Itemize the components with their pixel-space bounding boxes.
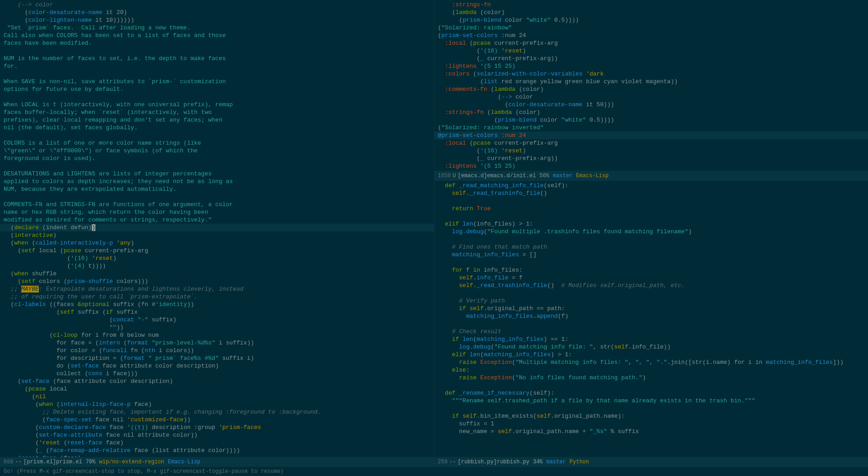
- line: :local (pcase current-prefix-arg: [434, 139, 868, 147]
- line: # Check result: [434, 328, 868, 335]
- line: applied to colors as depth increases; th…: [0, 178, 434, 185]
- line: (set-face-attribute face nil attribute c…: [0, 431, 434, 439]
- left-status-mode: Emacs-Lisp: [168, 459, 200, 465]
- line: self._read_trashinfo_file() # Modifies s…: [434, 282, 868, 289]
- line: do (set-face face attribute color descri…: [0, 362, 434, 370]
- line: faces have been modified.: [0, 39, 434, 47]
- left-status-filename[interactable]: [prism.el]prism.el: [24, 459, 82, 465]
- line: (when (called-interactively-p 'any): [0, 239, 434, 247]
- line: (prism-blend color "white" 0.5)))): [434, 116, 868, 124]
- line: ('(16) 'reset): [434, 47, 868, 55]
- left-status-flag: --: [15, 459, 22, 465]
- line: :local (pcase current-prefix-arg: [434, 39, 868, 47]
- line: nil (the default), set faces globally.: [0, 124, 434, 132]
- line: log.debug("Found multiple .trashinfo fil…: [434, 228, 868, 236]
- line: DESATURATIONS and LIGHTENS are lists of …: [0, 170, 434, 178]
- line: (setf colors (prism-shuffle colors))): [0, 278, 434, 285]
- line: (_ (face-remap-add-relative face (list a…: [0, 447, 434, 454]
- line: (setf suffix (if suffix: [0, 308, 434, 316]
- line: :colors (solarized-with-color-variables …: [434, 70, 868, 78]
- right-top-status-marker: 1658: [438, 173, 451, 179]
- left-pane: (--> color (color-desaturate-name it 20)…: [0, 0, 434, 467]
- right-top-status-bar: 1658 U [emacs.d]emacs.d/init.el 56% mast…: [434, 171, 868, 181]
- right-top-status-filename[interactable]: [emacs.d]emacs.d/init.el: [458, 173, 536, 179]
- right-pane: :strings-fn (lambda (color) (prism-blend…: [434, 0, 868, 467]
- line: matching_info_files = []: [434, 251, 868, 259]
- line: :lightens '(5 15 25): [434, 62, 868, 70]
- right-top-status-branch: master: [553, 173, 572, 179]
- line: for description = (format " prism` face%…: [0, 354, 434, 362]
- line: :comments-fn (lambda (color): [434, 85, 868, 93]
- line: (custom-declare-face face '((t)) descrip…: [0, 424, 434, 431]
- line: @prism-set-colors :num 24: [434, 132, 868, 139]
- line: (--> color: [0, 1, 434, 9]
- line: When LOCAL is t (interactively, with one…: [0, 101, 434, 108]
- line: raise Exception("Multiple matching info …: [434, 358, 868, 366]
- right-bottom-status-percent: 34%: [533, 459, 543, 465]
- line: [0, 93, 434, 101]
- line: ("Solarized: rainbow": [434, 24, 868, 32]
- left-status-marker: 688: [4, 459, 14, 465]
- line: for face = (intern (format "prism-level-…: [0, 339, 434, 347]
- line: ('(4) t)))): [0, 262, 434, 270]
- left-status-region: wip/no-extend-region: [99, 459, 164, 465]
- cursor-line: (declare (indent defun)): [0, 224, 434, 231]
- line: [434, 405, 868, 412]
- line: log.debug("Found matching info file: ", …: [434, 343, 868, 351]
- line: if len(matching_info_files) == 1:: [434, 335, 868, 343]
- right-bottom-status-flag: --: [449, 459, 456, 465]
- line: for color = (funcall fn (nth i colors)): [0, 347, 434, 354]
- line: [434, 212, 868, 220]
- line: [434, 382, 868, 389]
- line: ('reset (reset-face face): [0, 439, 434, 447]
- bottom-message-bar: Go! (Press M-x gif-screencast-stop to st…: [0, 467, 868, 476]
- line: ("Solarized: rainbow inverted": [434, 124, 868, 132]
- line: (cl-labels ((faces &optional suffix (fn …: [0, 301, 434, 308]
- line: [434, 320, 868, 328]
- line: (color-lighten-name it 10)))))): [0, 16, 434, 24]
- line: (cl-loop for i from 0 below num: [0, 331, 434, 339]
- line: suffix = 1: [434, 420, 868, 428]
- line: return True: [434, 205, 868, 212]
- line: elif len(info_files) > 1:: [434, 220, 868, 228]
- line: [0, 193, 434, 201]
- line: (when (internal-lisp-face-p face): [0, 401, 434, 408]
- line: (set-face (face attribute color descript…: [0, 377, 434, 385]
- line: (concat "-" suffix): [0, 316, 434, 324]
- line: NUM, because they are extrapolated autom…: [0, 185, 434, 193]
- line: ;; of requiring the user to call `prism-…: [0, 293, 434, 301]
- right-bottom-status-bar: 256 -- [rubbish.py]rubbish.py 34% master…: [434, 457, 868, 467]
- line: options for future use by default.: [0, 85, 434, 93]
- left-status-bar: 688 -- [prism.el]prism.el 70% wip/no-ext…: [0, 457, 434, 467]
- line: """Rename self.trashed_path if a file by…: [434, 397, 868, 405]
- line: [434, 289, 868, 297]
- line: (interactive): [0, 231, 434, 239]
- line: foreground color is used).: [0, 155, 434, 162]
- bottom-message: Go! (Press M-x gif-screencast-stop to st…: [4, 468, 283, 475]
- line: raise Exception("No info files found mat…: [434, 374, 868, 382]
- line: \"green\" or \"#ff0000\") or face symbol…: [0, 147, 434, 155]
- line: :strings-fn: [434, 1, 868, 9]
- line: (setf local (pcase current-prefix-arg: [0, 247, 434, 254]
- line: (nil: [0, 393, 434, 401]
- line: [0, 162, 434, 170]
- line: Call also when COLORS has been set to a …: [0, 32, 434, 39]
- line: [434, 197, 868, 205]
- line: [0, 47, 434, 55]
- right-bottom-status-branch: master: [547, 459, 566, 465]
- right-top-code: :strings-fn (lambda (color) (prism-blend…: [434, 0, 868, 171]
- right-bottom-code: def _read_matching_info_file(self): self…: [434, 181, 868, 457]
- right-bottom-status-mode: Python: [570, 459, 589, 465]
- line: elif len(matching_info_files) > 1:: [434, 351, 868, 358]
- line: ;; MAYBE: Extrapolate desaturations and …: [0, 285, 434, 293]
- line: ('(16) 'reset): [434, 147, 868, 155]
- line: for f in info_files:: [434, 266, 868, 274]
- line: When SAVE is non-nil, save attributes to…: [0, 78, 434, 85]
- line: (prism-blend color "white" 0.5)))): [434, 16, 868, 24]
- right-bottom-status-filename[interactable]: [rubbish.py]rubbish.py: [458, 459, 529, 465]
- line: new_name = self.original_path.name + "_%…: [434, 428, 868, 435]
- line: def _read_matching_info_file(self):: [434, 182, 868, 189]
- line: name or hex RGB string, which return the…: [0, 208, 434, 216]
- line: (_ current-prefix-arg)): [434, 55, 868, 62]
- line: modified as desired for comments or stri…: [0, 216, 434, 224]
